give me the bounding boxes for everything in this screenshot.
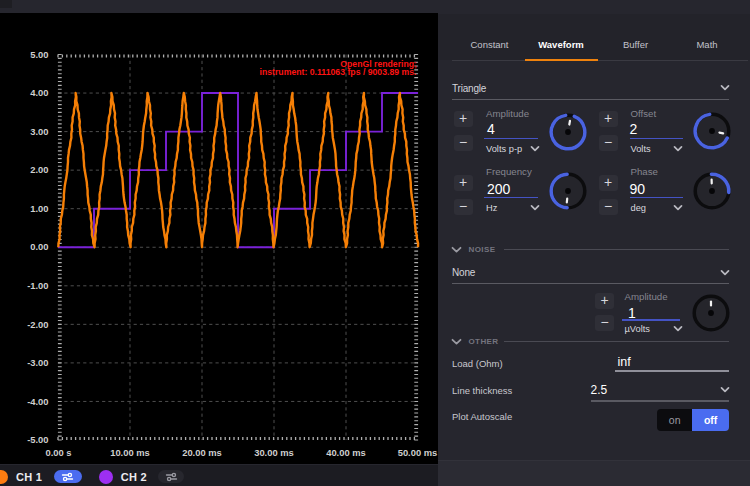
- svg-text:2.00: 2.00: [30, 164, 48, 175]
- svg-text:0.00: 0.00: [30, 241, 48, 252]
- svg-text:1.00: 1.00: [30, 203, 48, 214]
- svg-text:-5.00: -5.00: [27, 434, 48, 445]
- svg-text:20.00 ms: 20.00 ms: [182, 447, 222, 458]
- svg-text:3.00: 3.00: [30, 126, 48, 137]
- svg-text:30.00 ms: 30.00 ms: [254, 447, 294, 458]
- svg-text:-4.00: -4.00: [27, 396, 48, 407]
- svg-text:instrument: 0.111063 fps / 900: instrument: 0.111063 fps / 9003.89 ms.: [260, 67, 417, 77]
- svg-text:4.00: 4.00: [30, 87, 48, 98]
- svg-text:5.00: 5.00: [30, 49, 48, 60]
- svg-text:40.00 ms: 40.00 ms: [326, 447, 366, 458]
- svg-text:0.00 s: 0.00 s: [45, 447, 71, 458]
- svg-text:-1.00: -1.00: [27, 280, 48, 291]
- svg-text:10.00 ms: 10.00 ms: [110, 447, 150, 458]
- svg-text:-3.00: -3.00: [27, 357, 48, 368]
- svg-text:50.00 ms: 50.00 ms: [398, 447, 438, 458]
- svg-text:-2.00: -2.00: [27, 319, 48, 330]
